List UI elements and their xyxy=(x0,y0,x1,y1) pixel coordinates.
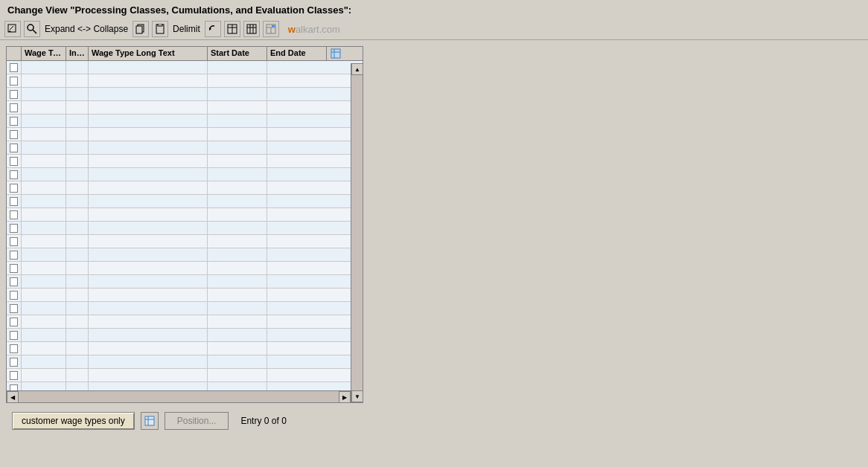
cell-end-date[interactable] xyxy=(267,262,327,274)
cell-wage-type[interactable] xyxy=(22,289,66,301)
cell-end-date[interactable] xyxy=(267,302,327,315)
cell-inf[interactable] xyxy=(66,369,89,381)
cell-long-text[interactable] xyxy=(89,235,208,248)
cell-end-date[interactable] xyxy=(267,235,327,248)
cell-inf[interactable] xyxy=(66,248,89,261)
row-checkbox[interactable] xyxy=(7,342,22,355)
cell-end-date[interactable] xyxy=(267,88,327,100)
checkbox-input[interactable] xyxy=(10,291,18,300)
cell-start-date[interactable] xyxy=(208,222,267,234)
checkbox-input[interactable] xyxy=(10,144,18,152)
table-row[interactable] xyxy=(7,88,363,101)
row-checkbox[interactable] xyxy=(7,128,22,141)
table-row[interactable] xyxy=(7,329,363,342)
cell-inf[interactable] xyxy=(66,115,89,127)
row-checkbox[interactable] xyxy=(7,74,22,87)
table-row[interactable] xyxy=(7,262,363,275)
cell-start-date[interactable] xyxy=(208,369,267,381)
cell-start-date[interactable] xyxy=(208,101,267,114)
checkbox-input[interactable] xyxy=(10,344,18,353)
cell-start-date[interactable] xyxy=(208,262,267,274)
cell-wage-type[interactable] xyxy=(22,369,66,381)
cell-start-date[interactable] xyxy=(208,302,267,315)
cell-start-date[interactable] xyxy=(208,115,267,127)
cell-long-text[interactable] xyxy=(89,248,208,261)
table-row[interactable] xyxy=(7,289,363,302)
scroll-up-arrow[interactable]: ▲ xyxy=(351,63,363,75)
row-checkbox[interactable] xyxy=(7,355,22,368)
cell-start-date[interactable] xyxy=(208,235,267,248)
table-row[interactable] xyxy=(7,222,363,235)
cell-long-text[interactable] xyxy=(89,168,208,181)
cell-long-text[interactable] xyxy=(89,315,208,328)
cell-inf[interactable] xyxy=(66,155,89,167)
checkbox-input[interactable] xyxy=(10,318,18,326)
cell-long-text[interactable] xyxy=(89,128,208,141)
table-row[interactable] xyxy=(7,115,363,128)
cell-end-date[interactable] xyxy=(267,74,327,87)
cell-wage-type[interactable] xyxy=(22,235,66,248)
table-row[interactable] xyxy=(7,168,363,181)
checkbox-input[interactable] xyxy=(10,304,18,313)
cell-end-date[interactable] xyxy=(267,141,327,154)
table-row[interactable] xyxy=(7,369,363,382)
cell-end-date[interactable] xyxy=(267,195,327,207)
table-row[interactable] xyxy=(7,61,363,74)
checkbox-input[interactable] xyxy=(10,224,18,233)
cell-end-date[interactable] xyxy=(267,155,327,167)
checkbox-input[interactable] xyxy=(10,251,18,260)
cell-wage-type[interactable] xyxy=(22,248,66,261)
cell-end-date[interactable] xyxy=(267,128,327,141)
checkbox-input[interactable] xyxy=(10,371,18,380)
table-row[interactable] xyxy=(7,248,363,262)
cell-wage-type[interactable] xyxy=(22,329,66,341)
cell-start-date[interactable] xyxy=(208,128,267,141)
cell-long-text[interactable] xyxy=(89,355,208,368)
checkbox-input[interactable] xyxy=(10,157,18,166)
undo-icon-btn[interactable] xyxy=(205,21,221,37)
table-row[interactable] xyxy=(7,342,363,355)
cell-wage-type[interactable] xyxy=(22,181,66,194)
cell-inf[interactable] xyxy=(66,222,89,234)
cell-start-date[interactable] xyxy=(208,181,267,194)
delimit-btn[interactable]: Delimit xyxy=(171,23,202,35)
row-checkbox[interactable] xyxy=(7,222,22,234)
cell-end-date[interactable] xyxy=(267,289,327,301)
row-checkbox[interactable] xyxy=(7,168,22,181)
cell-wage-type[interactable] xyxy=(22,115,66,127)
scroll-left-arrow[interactable]: ◀ xyxy=(7,391,19,403)
cell-long-text[interactable] xyxy=(89,222,208,234)
cell-inf[interactable] xyxy=(66,262,89,274)
table-row[interactable] xyxy=(7,208,363,222)
cell-inf[interactable] xyxy=(66,168,89,181)
row-checkbox[interactable] xyxy=(7,329,22,341)
cell-wage-type[interactable] xyxy=(22,74,66,87)
cell-long-text[interactable] xyxy=(89,195,208,207)
table-row[interactable] xyxy=(7,155,363,168)
customer-wage-types-btn[interactable]: customer wage types only xyxy=(12,412,135,430)
cell-inf[interactable] xyxy=(66,275,89,288)
table-row[interactable] xyxy=(7,181,363,195)
cell-end-date[interactable] xyxy=(267,181,327,194)
cell-end-date[interactable] xyxy=(267,208,327,221)
cell-long-text[interactable] xyxy=(89,302,208,315)
scroll-right-arrow[interactable]: ▶ xyxy=(339,391,351,403)
cell-long-text[interactable] xyxy=(89,88,208,100)
cell-wage-type[interactable] xyxy=(22,128,66,141)
table-row[interactable] xyxy=(7,128,363,141)
cell-end-date[interactable] xyxy=(267,342,327,355)
table1-icon-btn[interactable] xyxy=(224,21,240,37)
cell-start-date[interactable] xyxy=(208,168,267,181)
cell-start-date[interactable] xyxy=(208,208,267,221)
cell-wage-type[interactable] xyxy=(22,208,66,221)
checkbox-input[interactable] xyxy=(10,103,18,112)
search-icon-btn[interactable] xyxy=(24,21,40,37)
expand-collapse-btn[interactable]: Expand <-> Collapse xyxy=(43,23,130,35)
row-checkbox[interactable] xyxy=(7,208,22,221)
cell-end-date[interactable] xyxy=(267,355,327,368)
row-checkbox[interactable] xyxy=(7,88,22,100)
row-checkbox[interactable] xyxy=(7,369,22,381)
table-row[interactable] xyxy=(7,101,363,115)
row-checkbox[interactable] xyxy=(7,275,22,288)
checkbox-input[interactable] xyxy=(10,170,18,179)
